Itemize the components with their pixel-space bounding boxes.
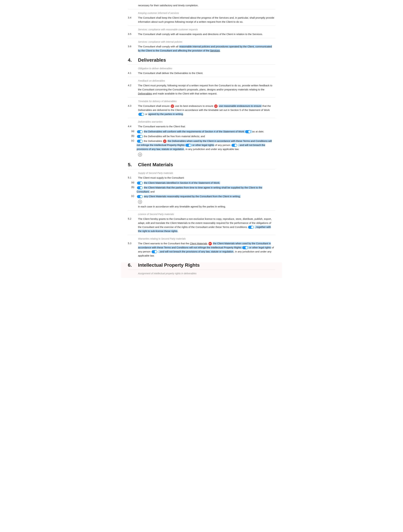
or-badge-1: or bbox=[171, 104, 174, 108]
toggle-track-5-1-c bbox=[137, 195, 143, 198]
section-4-heading: 4. Deliverables bbox=[128, 57, 275, 63]
clause-4-2: 4.2 The Client must promptly, following … bbox=[128, 83, 275, 96]
heading-compliance-reasonable: Services: compliance with reasonable cus… bbox=[128, 28, 275, 31]
toggle-track-5-3-a bbox=[242, 246, 248, 249]
heading-compliance-internal: Services: compliance with internal polic… bbox=[128, 40, 275, 43]
sub-letter-a: (a) bbox=[131, 130, 137, 133]
toggle-5-3-a[interactable] bbox=[242, 246, 248, 249]
section-4-title: Deliverables bbox=[138, 57, 166, 63]
highlight-agreed-writing: agreed by the parties in writing bbox=[148, 113, 183, 115]
sub-clause-5-1-b: (b) the Client Materials that the partie… bbox=[128, 186, 275, 194]
clause-5-2: 5.2 The Client hereby grants to the Cons… bbox=[128, 217, 275, 233]
section-6-title: Intellectual Property Rights bbox=[138, 262, 200, 268]
highlight-5-1-a: the Client Materials identified in Secti… bbox=[144, 181, 220, 184]
highlight-reasonable-internal: reasonable internal policies and procedu… bbox=[138, 45, 272, 52]
toggle-5-3-b[interactable] bbox=[151, 250, 157, 253]
toggle-4-3[interactable] bbox=[138, 113, 144, 116]
sub-letter-b: (b) bbox=[131, 134, 137, 137]
clause-text-3-6: The Consultant shall comply with all rea… bbox=[138, 44, 275, 53]
heading-feedback-deliverables: Feedback on deliverables bbox=[128, 79, 275, 82]
highlight-conform-requirements: the Deliverables will conform with the r… bbox=[144, 130, 252, 133]
or-badge-5-3: or bbox=[208, 242, 212, 245]
sub-text-5-1-b: the Client Materials that the parties fr… bbox=[137, 186, 275, 194]
clause-num-5-3: 5.3 bbox=[128, 241, 138, 245]
clause-5-1: 5.1 The Client must supply to the Consul… bbox=[128, 176, 275, 180]
toggle-5-1-a[interactable] bbox=[137, 182, 143, 184]
clause-text-4-4: The Consultant warrants to the Client th… bbox=[138, 124, 275, 128]
toggle-4-4-c2[interactable] bbox=[186, 144, 191, 147]
sub-clause-5-1-c: (c) any Client Materials reasonably requ… bbox=[128, 194, 275, 198]
toggle-track-5-1-b bbox=[137, 186, 143, 189]
section-6-container: 6. Intellectual Property Rights Assignme… bbox=[121, 262, 282, 278]
heading-warranties-second-party: Warranties relating to Second Party mate… bbox=[128, 237, 275, 240]
toggle-thumb-4-4-b bbox=[140, 135, 142, 138]
toggle-4-4-b[interactable] bbox=[137, 135, 143, 138]
sub-clause-4-4-b: (b) the Deliverables will be free from m… bbox=[128, 134, 275, 138]
highlight-5-1-c: any Client Materials reasonably requeste… bbox=[144, 195, 241, 198]
add-clause-button-5-1[interactable]: ⊕ bbox=[138, 200, 142, 204]
clause-3-5: 3.5 The Consultant shall comply with all… bbox=[128, 32, 275, 36]
date-italic: date bbox=[258, 130, 263, 133]
clause-text-5-2: The Client hereby grants to the Consulta… bbox=[138, 217, 275, 233]
sub-letter-5-1-b: (b) bbox=[131, 186, 137, 189]
toggle-5-2[interactable] bbox=[248, 226, 254, 229]
heading-assignment-ipr: Assignment of intellectual property righ… bbox=[128, 272, 275, 275]
sub-clause-4-4-a: (a) the Deliverables will conform with t… bbox=[128, 130, 275, 133]
clause-4-1: 4.1 The Consultant shall deliver the Del… bbox=[128, 71, 275, 75]
heading-obligation-deliver: Obligation to deliver deliverables bbox=[128, 67, 275, 70]
clause-text-5-1-after: in each case in accordance with any time… bbox=[138, 204, 275, 209]
section-5-num: 5. bbox=[128, 162, 138, 167]
clause-3-6: 3.6 The Consultant shall comply with all… bbox=[128, 44, 275, 53]
clause-num-5-2: 5.2 bbox=[128, 217, 138, 220]
toggle-thumb-5-1-a bbox=[140, 182, 142, 184]
toggle-track-4-4-a2 bbox=[245, 130, 251, 133]
toggle-thumb-5-2 bbox=[251, 226, 253, 228]
toggle-track-4-4-c2 bbox=[186, 144, 191, 147]
toggle-thumb-5-1-c bbox=[140, 195, 142, 198]
section-5-title: Client Materials bbox=[138, 162, 173, 167]
continuing-text: necessary for their satisfactory and tim… bbox=[128, 3, 275, 7]
clause-5-3: 5.3 The Client warrants to the Consultan… bbox=[128, 241, 275, 258]
toggle-5-1-b[interactable] bbox=[137, 186, 143, 189]
clause-text-3-4: The Consultant shall keep the Client inf… bbox=[138, 16, 275, 24]
toggle-track-5-2 bbox=[248, 226, 254, 229]
heading-licence-second-party: Licence of Second Party materials bbox=[128, 213, 275, 215]
clause-num-4-1: 4.1 bbox=[128, 71, 138, 74]
heading-timetable-deliverables: Timetable for delivery of deliverables bbox=[128, 100, 275, 103]
sub-clause-5-1-a: (a) the Client Materials identified in S… bbox=[128, 181, 275, 185]
toggle-thumb-4-4-a2 bbox=[248, 131, 251, 133]
toggle-track-5-1-a bbox=[137, 182, 143, 184]
sub-text-a: the Deliverables will conform with the r… bbox=[137, 130, 275, 133]
toggle-4-4-a2[interactable] bbox=[245, 130, 251, 133]
highlight-5-3-no-breach: , and will not breach the provisions of … bbox=[158, 250, 234, 253]
toggle-4-4-c[interactable] bbox=[137, 140, 143, 143]
heading-supply-second-party: Supply of Second Party materials bbox=[128, 172, 275, 174]
clause-4-3: 4.3 The Consultant shall ensure or use i… bbox=[128, 104, 275, 116]
sub-clause-4-4-c: (c) the Deliverables or the Deliverables… bbox=[128, 139, 275, 151]
clause-num-4-3: 4.3 bbox=[128, 104, 138, 107]
sub-text-5-1-a: the Client Materials identified in Secti… bbox=[137, 181, 275, 185]
clause-num-3-5: 3.5 bbox=[128, 32, 138, 35]
clause-text-4-1: The Consultant shall deliver the Deliver… bbox=[138, 71, 275, 75]
clause-text-4-2: The Client must promptly, following rece… bbox=[138, 83, 275, 96]
toggle-thumb-4-4-a bbox=[140, 131, 142, 133]
add-clause-button[interactable]: ⊕ bbox=[138, 152, 142, 157]
toggle-5-1-c[interactable] bbox=[137, 195, 143, 198]
toggle-4-4-c3[interactable] bbox=[232, 144, 237, 147]
toggle-track-5-3-b bbox=[151, 250, 157, 253]
clause-num-4-2: 4.2 bbox=[128, 83, 138, 87]
or-badge-2: or bbox=[214, 104, 218, 108]
clause-text-3-5: The Consultant shall comply with all rea… bbox=[138, 32, 275, 36]
sub-letter-c: (c) bbox=[131, 139, 137, 142]
toggle-4-4-a[interactable] bbox=[137, 130, 143, 133]
sub-text-5-1-c: any Client Materials reasonably requeste… bbox=[137, 194, 275, 198]
toggle-track-4-4-a bbox=[137, 130, 143, 133]
document-container: necessary for their satisfactory and tim… bbox=[121, 0, 282, 285]
sub-letter-5-1-c: (c) bbox=[131, 194, 137, 197]
clause-text-4-3: The Consultant shall ensure or use its b… bbox=[138, 104, 275, 116]
toggle-track-4-3 bbox=[138, 113, 144, 116]
toggle-thumb-4-4-c2 bbox=[189, 144, 191, 146]
clause-num-3-6: 3.6 bbox=[128, 44, 138, 48]
toggle-thumb-4-3 bbox=[141, 113, 144, 115]
section-6-num: 6. bbox=[128, 262, 138, 268]
